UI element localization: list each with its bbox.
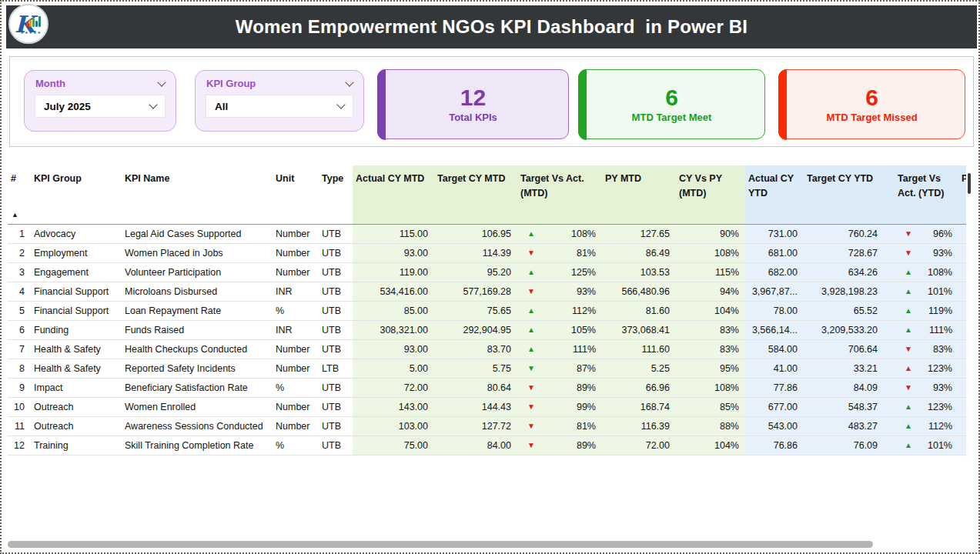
cell-spacer — [884, 359, 895, 378]
column-header-py_mtd[interactable]: PY MTD — [602, 165, 676, 224]
month-slicer: Month July 2025 — [24, 70, 176, 132]
column-header-unit[interactable]: Unit — [273, 165, 319, 224]
cell-tva_ytd: 101% — [928, 286, 952, 297]
cell-partial — [958, 359, 966, 378]
cell-group: Advocacy — [31, 225, 122, 243]
kpi-table-header-row: #▲KPI GroupKPI NameUnitTypeActual CY MTD… — [8, 165, 973, 225]
table-row: 9ImpactBeneficiary Satisfaction Rate%UTB… — [8, 379, 973, 398]
cell-tva_ytd: 96% — [933, 229, 952, 239]
kpi-group-slicer-header[interactable]: KPI Group — [196, 71, 363, 93]
horizontal-scrollbar[interactable] — [8, 541, 873, 548]
chevron-down-icon[interactable] — [157, 78, 166, 86]
triangle-down-icon: ▼ — [905, 230, 912, 238]
cell-name: Women Placed in Jobs — [122, 244, 273, 262]
cell-group: Health & Safety — [31, 340, 122, 359]
cell-cy_py: 104% — [676, 302, 745, 320]
cell-tva_mtd: 105% — [571, 325, 596, 335]
cell-partial — [958, 302, 966, 320]
cell-target_mtd: 5.75 — [434, 359, 517, 378]
vertical-scrollbar[interactable] — [966, 165, 973, 457]
cell-cy_py: 88% — [676, 417, 745, 436]
cell-unit: Number — [273, 225, 319, 243]
cell-actual_mtd: 93.00 — [353, 244, 434, 262]
triangle-up-icon: ▲ — [527, 269, 535, 276]
cell-name: Women Enrolled — [122, 398, 273, 416]
cell-type: UTB — [319, 263, 353, 282]
cell-spacer — [884, 417, 895, 436]
cell-target_ytd: 634.26 — [804, 263, 884, 282]
cell-tva_ytd: 119% — [928, 305, 952, 316]
chevron-down-icon[interactable] — [345, 78, 353, 86]
cell-partial — [958, 321, 966, 339]
column-header-cy_py[interactable]: CY Vs PY (MTD) — [676, 165, 745, 224]
column-header-name[interactable]: KPI Name — [122, 165, 273, 224]
mtd-target-meet-label: MTD Target Meet — [632, 112, 712, 123]
cell-actual_ytd: 584.00 — [745, 340, 804, 359]
column-header-target_ytd[interactable]: Target CY YTD — [804, 165, 884, 224]
cell-name: Health Checkups Conducted — [122, 340, 273, 359]
cell-type: UTB — [319, 379, 353, 397]
table-row: 6FundingFunds RaisedINRUTB308,321.00292,… — [8, 321, 973, 340]
column-header-actual_mtd[interactable]: Actual CY MTD — [353, 165, 434, 224]
cell-target_mtd: 80.64 — [434, 379, 517, 397]
month-dropdown[interactable]: July 2025 — [35, 95, 166, 118]
column-header-spacer[interactable] — [884, 165, 895, 224]
column-header-type[interactable]: Type — [319, 165, 353, 224]
cell-type: UTB — [319, 340, 353, 359]
cell-tva_mtd: ▼81% — [517, 417, 602, 436]
chevron-down-icon[interactable] — [336, 100, 345, 108]
cell-name: Microloans Disbursed — [122, 282, 273, 301]
vertical-scrollbar-thumb[interactable] — [968, 173, 971, 194]
cell-target_mtd: 577,169.28 — [434, 282, 517, 301]
cell-tva_ytd: ▼96% — [895, 225, 958, 243]
chevron-down-icon[interactable] — [149, 100, 157, 108]
cell-target_ytd: 84.09 — [804, 379, 884, 397]
kpi-group-slicer-label: KPI Group — [206, 78, 256, 89]
column-header-num[interactable]: #▲ — [8, 165, 31, 224]
logo-bar-chart-icon — [26, 16, 41, 27]
cell-partial — [958, 263, 966, 282]
cell-spacer — [884, 379, 895, 397]
cell-tva_mtd: ▲108% — [517, 225, 602, 243]
kpi-group-dropdown[interactable]: All — [206, 95, 353, 118]
cell-tva_mtd: 81% — [577, 248, 596, 259]
cell-actual_ytd: 76.86 — [745, 436, 804, 455]
column-header-group[interactable]: KPI Group — [31, 165, 122, 224]
cell-actual_ytd: 731.00 — [745, 225, 804, 243]
sort-ascending-icon: ▲ — [12, 210, 18, 221]
cell-tva_ytd: 111% — [929, 325, 952, 335]
cell-py_mtd: 116.39 — [602, 417, 676, 436]
cell-target_mtd: 144.43 — [434, 398, 517, 416]
cell-num: 5 — [8, 302, 31, 320]
month-slicer-header[interactable]: Month — [25, 71, 176, 93]
filter-panel: Month July 2025 KPI Group All 12 Total K… — [9, 56, 974, 147]
cell-name: Volunteer Participation — [122, 263, 273, 282]
cell-actual_ytd: 77.86 — [745, 379, 804, 397]
cell-actual_ytd: 682.00 — [745, 263, 804, 282]
mtd-target-meet-card: 6 MTD Target Meet — [578, 69, 765, 139]
cell-tva_ytd: ▼83% — [895, 340, 958, 359]
cell-tva_mtd: ▲112% — [517, 302, 602, 320]
cell-type: UTB — [319, 244, 353, 262]
triangle-down-icon: ▼ — [527, 288, 535, 295]
table-row: 10OutreachWomen EnrolledNumberUTB143.001… — [8, 398, 973, 417]
cell-num: 1 — [8, 225, 31, 243]
table-row: 11OutreachAwareness Sessions ConductedNu… — [8, 417, 973, 436]
cell-actual_ytd: 543.00 — [745, 417, 804, 436]
cell-target_ytd: 65.52 — [804, 302, 884, 320]
column-header-partial[interactable]: P — [958, 165, 966, 224]
column-header-tva_ytd[interactable]: Target Vs Act. (YTD) — [895, 165, 958, 224]
cell-unit: % — [273, 302, 319, 320]
cell-spacer — [884, 321, 895, 339]
cell-tva_ytd: ▲119% — [895, 302, 958, 320]
cell-target_mtd: 106.95 — [434, 225, 517, 243]
column-header-target_mtd[interactable]: Target CY MTD — [434, 165, 517, 224]
column-header-tva_mtd[interactable]: Target Vs Act. (MTD) — [517, 165, 602, 224]
column-header-actual_ytd[interactable]: Actual CY YTD — [745, 165, 804, 224]
cell-py_mtd: 111.60 — [602, 340, 676, 359]
cell-type: LTB — [319, 359, 353, 378]
cell-spacer — [884, 244, 895, 262]
cell-py_mtd: 373,068.41 — [602, 321, 676, 339]
triangle-down-icon: ▼ — [527, 422, 535, 430]
cell-type: UTB — [319, 225, 353, 243]
